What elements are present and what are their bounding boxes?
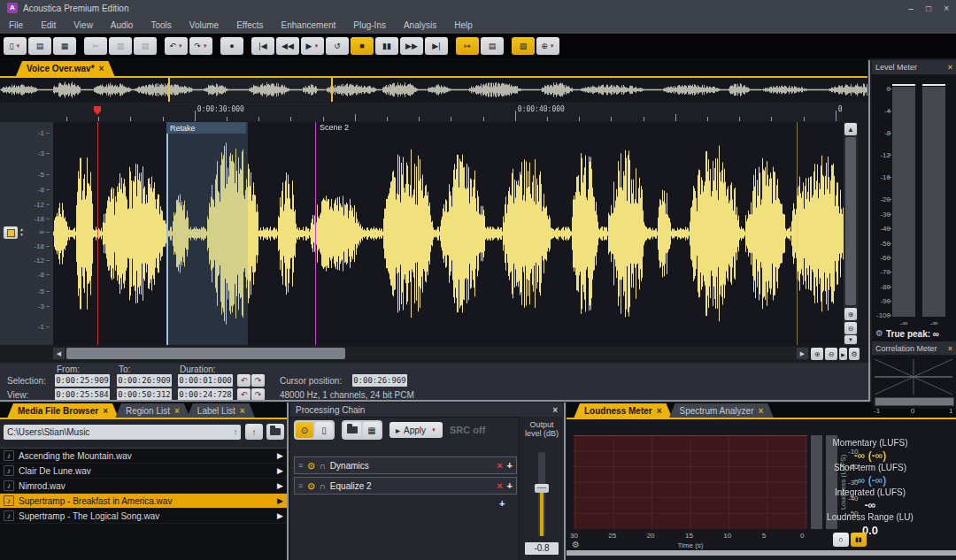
chain-power-button[interactable]: ⊙ <box>296 422 313 438</box>
vertical-zoom-out-icon[interactable]: ⊖ <box>844 322 857 334</box>
hscroll-thumb[interactable] <box>66 348 345 359</box>
chain-paste-button[interactable]: ▯ <box>315 422 333 438</box>
new-button[interactable]: ▯▼ <box>4 37 27 55</box>
effect-power-icon[interactable]: ⊙ <box>307 481 314 491</box>
effect-add-icon[interactable]: + <box>507 460 513 471</box>
file-row[interactable]: ♪Supertramp - Breakfast in America.wav▶ <box>0 494 287 509</box>
folder-up-button[interactable]: ↑ <box>245 424 263 440</box>
menu-analysis[interactable]: Analysis <box>395 20 445 30</box>
scrub-button[interactable]: ▧ <box>512 37 535 55</box>
tab-region-list[interactable]: Region List× <box>115 403 190 418</box>
region-retake[interactable] <box>166 122 248 345</box>
chain-item-equalize-2[interactable]: ≡⊙∩Equalize 2×+ <box>294 477 517 495</box>
open-button[interactable]: ▤ <box>28 37 51 55</box>
selection-to-field[interactable]: 0:00:26:909 <box>117 374 172 387</box>
zoom-in-button[interactable]: ⊕ <box>811 348 823 360</box>
loudness-reset-button[interactable]: ○ <box>833 533 849 547</box>
redo-button[interactable]: ↷▼ <box>189 37 212 55</box>
effect-chain-button[interactable]: ▤ <box>481 37 504 55</box>
effect-solo-icon[interactable]: ∩ <box>320 481 326 491</box>
tab-voice-over[interactable]: Voice Over.wav* × <box>16 61 114 76</box>
view-redo-icon[interactable]: ↷ <box>251 388 265 401</box>
editor-settings-button[interactable]: ⚙ <box>849 348 860 360</box>
tab-close-icon[interactable]: × <box>174 406 180 416</box>
file-row[interactable]: ♪Nimrod.wav▶ <box>0 479 287 494</box>
view-duration-field[interactable]: 0:00:24:728 <box>178 388 233 401</box>
time-ruler[interactable]: 0:00:30:0000:00:40:0000:00:50:000 <box>0 103 843 121</box>
vertical-splitter[interactable] <box>868 60 870 402</box>
selection-redo-icon[interactable]: ↷ <box>251 374 265 387</box>
drag-handle-icon[interactable]: ≡ <box>298 461 303 470</box>
scroll-up-icon[interactable]: ▲ <box>844 123 857 135</box>
vertical-scrollbar[interactable]: ▲ ⊕ ⊖ ▼ <box>844 122 858 345</box>
tab-close-icon[interactable]: × <box>103 406 108 416</box>
channel-gain-button[interactable] <box>4 226 18 239</box>
pause-button[interactable]: ▮▮ <box>375 37 398 55</box>
apply-dropdown-icon[interactable]: ▼ <box>431 427 436 433</box>
minimize-button[interactable]: – <box>909 4 914 13</box>
effect-solo-icon[interactable]: ∩ <box>320 461 326 471</box>
zoom-out-button[interactable]: ⊖ <box>825 348 837 360</box>
loudness-pause-button[interactable]: ▮▮ <box>851 533 867 547</box>
preview-play-icon[interactable]: ▶ <box>277 451 283 460</box>
zoom-button[interactable]: ⊕▼ <box>536 37 559 55</box>
vertical-zoom-in-icon[interactable]: ⊕ <box>844 308 857 320</box>
selection-undo-icon[interactable]: ↶ <box>237 374 251 387</box>
tab-media-file-browser[interactable]: Media File Browser× <box>7 403 119 418</box>
effect-remove-icon[interactable]: × <box>497 480 502 491</box>
play-dropdown-icon[interactable]: ▼ <box>313 43 319 49</box>
path-combobox[interactable]: C:\Users\Stian\Music ↕ <box>4 425 241 440</box>
level-meter-settings-icon[interactable]: ⚙ <box>875 328 883 338</box>
horizontal-scrollbar[interactable]: ◀ ▶ <box>53 347 808 360</box>
menu-tools[interactable]: Tools <box>142 20 180 30</box>
loudness-bottom-scrollbar[interactable] <box>567 550 956 556</box>
gain-spinner[interactable]: ▲▼ <box>19 226 24 237</box>
cursor-position-field[interactable]: 0:00:26:969 <box>352 374 407 387</box>
time-selection-button[interactable]: ↦ <box>456 37 479 55</box>
menu-volume[interactable]: Volume <box>181 20 227 30</box>
vertical-zoom-menu-icon[interactable]: ▼ <box>844 335 857 344</box>
horizontal-splitter[interactable] <box>0 400 869 402</box>
menu-effects[interactable]: Effects <box>227 20 272 30</box>
undo-button[interactable]: ↶▼ <box>165 37 188 55</box>
panel-splitter-2[interactable] <box>564 403 566 560</box>
browse-folder-button[interactable] <box>266 424 284 440</box>
selection-duration-field[interactable]: 0:00:01:000 <box>178 374 233 387</box>
play-button[interactable]: ▶▼ <box>301 37 324 55</box>
effect-power-icon[interactable]: ⊙ <box>307 461 314 471</box>
preview-play-icon[interactable]: ▶ <box>277 496 283 505</box>
menu-audio[interactable]: Audio <box>102 20 143 30</box>
loop-button[interactable]: ↺ <box>326 37 349 55</box>
cursor-marker[interactable] <box>94 106 101 115</box>
close-button[interactable]: × <box>944 4 949 13</box>
menu-view[interactable]: View <box>65 20 102 30</box>
rewind-button[interactable]: ◀◀ <box>276 37 299 55</box>
save-button[interactable]: ▦ <box>53 37 76 55</box>
undo-dropdown-icon[interactable]: ▼ <box>178 43 183 49</box>
go-to-end-button[interactable]: ▶| <box>425 37 448 55</box>
slider-handle[interactable] <box>535 484 549 493</box>
view-undo-icon[interactable]: ↶ <box>237 388 251 401</box>
tab-close-icon[interactable]: × <box>657 406 662 416</box>
maximize-button[interactable]: □ <box>926 4 931 13</box>
output-level-slider[interactable] <box>538 452 545 536</box>
output-level-value[interactable]: -0.8 <box>525 542 559 555</box>
tab-spectrum-analyzer[interactable]: Spectrum Analyzer× <box>669 403 775 418</box>
tab-label-list[interactable]: Label List× <box>187 403 256 418</box>
new-dropdown-icon[interactable]: ▼ <box>16 43 21 49</box>
vscroll-thumb[interactable] <box>845 137 856 305</box>
record-button[interactable]: ● <box>220 37 243 55</box>
redo-dropdown-icon[interactable]: ▼ <box>203 43 208 49</box>
chain-open-button[interactable] <box>343 422 361 438</box>
apply-button[interactable]: ▸ Apply ▼ <box>389 422 443 438</box>
region-retake-label[interactable]: Retake <box>166 122 246 134</box>
tab-close-icon[interactable]: × <box>99 64 104 73</box>
menu-file[interactable]: File <box>0 20 32 30</box>
file-row[interactable]: ♪Clair De Lune.wav▶ <box>0 464 287 479</box>
preview-play-icon[interactable]: ▶ <box>277 466 283 475</box>
waveform-editor[interactable]: Retake Scene 2 <box>53 122 844 345</box>
menu-help[interactable]: Help <box>445 20 482 30</box>
processing-chain-close-icon[interactable]: × <box>552 405 558 415</box>
tab-close-icon[interactable]: × <box>758 406 763 416</box>
scroll-left-icon[interactable]: ◀ <box>53 348 65 359</box>
